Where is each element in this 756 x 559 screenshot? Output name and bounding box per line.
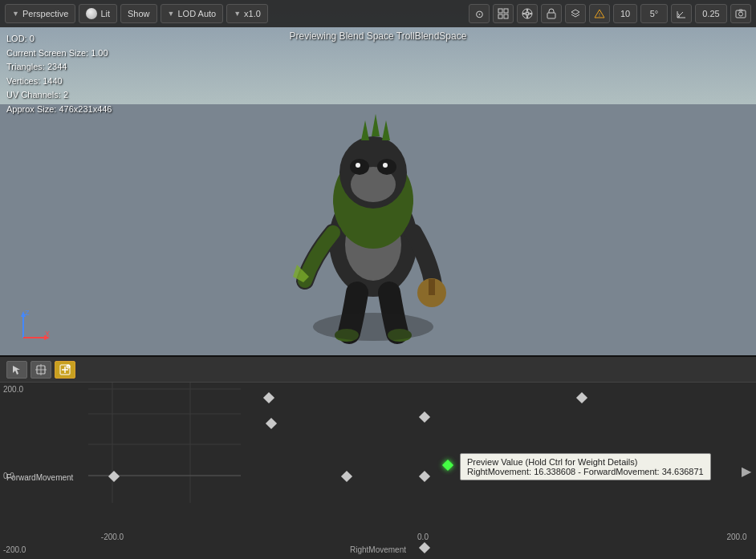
grid-svg <box>0 383 241 503</box>
speed-label: x1.0 <box>244 9 261 18</box>
y-label-200: 200.0 <box>3 385 23 394</box>
tooltip-line1: Preview Value (Hold Ctrl for Weight Deta… <box>467 457 704 467</box>
grid-toggle-btn[interactable] <box>493 4 514 23</box>
svg-point-8 <box>739 12 743 16</box>
triangles-stat: Triangles: 2344 <box>6 60 112 75</box>
x-label-200: 200.0 <box>726 533 746 541</box>
blendspace-graph[interactable]: 200.0 0.0 -200.0 ForwardMovement -200.0 … <box>0 383 756 559</box>
camera-icon-btn[interactable]: ⊙ <box>469 4 490 23</box>
svg-rect-2 <box>498 14 502 18</box>
add-tool-btn[interactable]: + <box>55 361 75 379</box>
blendspace-toolbar: + <box>0 357 756 383</box>
svg-rect-23 <box>429 279 435 295</box>
data-point-top-center[interactable] <box>263 392 274 403</box>
data-point-center-left[interactable] <box>341 471 352 482</box>
svg-rect-0 <box>498 9 502 13</box>
angle-value[interactable]: 5° <box>640 4 668 23</box>
uv-channels-stat: UV Channels: 2 <box>6 88 112 103</box>
svg-point-17 <box>356 163 360 168</box>
lock-icon-btn[interactable] <box>541 4 562 23</box>
x-label-0: 0.0 <box>417 533 429 541</box>
layers-icon-btn[interactable] <box>565 4 586 23</box>
data-point-1[interactable] <box>266 418 277 429</box>
data-point-bottom-center[interactable] <box>419 542 430 553</box>
x-label-neg200: -200.0 <box>101 533 124 541</box>
lod-label: LOD Auto <box>177 9 216 18</box>
troll-shadow <box>313 313 433 341</box>
speed-button[interactable]: ▼ x1.0 <box>226 4 268 23</box>
svg-point-18 <box>383 163 388 168</box>
screenshot-btn[interactable] <box>730 4 751 23</box>
world-icon-btn[interactable] <box>517 4 538 23</box>
svg-marker-20 <box>372 114 380 136</box>
axis-gizmo: Z X <box>11 306 51 346</box>
toolbar-right: ⊙ <box>469 4 751 23</box>
svg-rect-3 <box>504 14 508 18</box>
svg-marker-21 <box>382 120 390 140</box>
show-button[interactable]: Show <box>120 4 157 23</box>
y-label-neg200: -200.0 <box>3 545 26 554</box>
lit-button[interactable]: Lit <box>79 4 117 23</box>
tooltip-line2: RightMovement: 16.338608 - ForwardMoveme… <box>467 467 704 476</box>
svg-rect-1 <box>504 9 508 13</box>
select-tool-btn[interactable] <box>6 361 27 379</box>
svg-marker-19 <box>361 120 369 140</box>
data-point-center[interactable] <box>419 471 430 482</box>
pan-tool-btn[interactable] <box>30 361 51 379</box>
screen-size-stat: Current Screen Size: 1.00 <box>6 47 112 61</box>
svg-rect-5 <box>547 13 555 18</box>
warn-icon-btn[interactable]: ! <box>589 4 610 23</box>
preview-marker[interactable] <box>442 460 453 471</box>
svg-point-4 <box>522 9 532 18</box>
blend-space-panel: + 20 <box>0 357 756 559</box>
forward-movement-label: ForwardMovement <box>6 473 73 482</box>
show-label: Show <box>128 9 150 18</box>
bs-right-arrow[interactable]: ▶ <box>742 464 751 479</box>
viewport-title: Previewing Blend Space TrollBlendSpace <box>0 30 756 42</box>
preview-tooltip: Preview Value (Hold Ctrl for Weight Deta… <box>460 453 711 480</box>
troll-character <box>289 104 457 345</box>
approx-size-stat: Approx Size: 476x231x446 <box>6 103 112 117</box>
svg-text:!: ! <box>599 12 600 18</box>
stats-overlay: LOD: 0 Current Screen Size: 1.00 Triangl… <box>6 32 112 117</box>
lod-button[interactable]: ▼ LOD Auto <box>161 4 224 23</box>
viewport: ▼ Perspective Lit Show ▼ LOD Auto ▼ x1.0… <box>0 0 756 357</box>
data-point-top-right[interactable] <box>576 392 587 403</box>
svg-text:X: X <box>45 330 50 338</box>
perspective-label: Perspective <box>22 9 68 18</box>
svg-text:+: + <box>67 364 70 369</box>
vertices-stat: Vertices: 1440 <box>6 75 112 89</box>
opacity-value[interactable]: 0.25 <box>695 4 727 23</box>
angle-icon-btn[interactable] <box>671 4 692 23</box>
data-point-upper-mid[interactable] <box>419 411 430 423</box>
lod-stat: LOD: 0 <box>6 32 112 47</box>
svg-text:Z: Z <box>25 309 30 317</box>
grid-size-value[interactable]: 10 <box>613 4 637 23</box>
perspective-button[interactable]: ▼ Perspective <box>5 4 75 23</box>
lit-label: Lit <box>100 9 110 18</box>
viewport-toolbar: ▼ Perspective Lit Show ▼ LOD Auto ▼ x1.0… <box>0 0 756 27</box>
x-axis-title: RightMovement <box>350 545 406 554</box>
